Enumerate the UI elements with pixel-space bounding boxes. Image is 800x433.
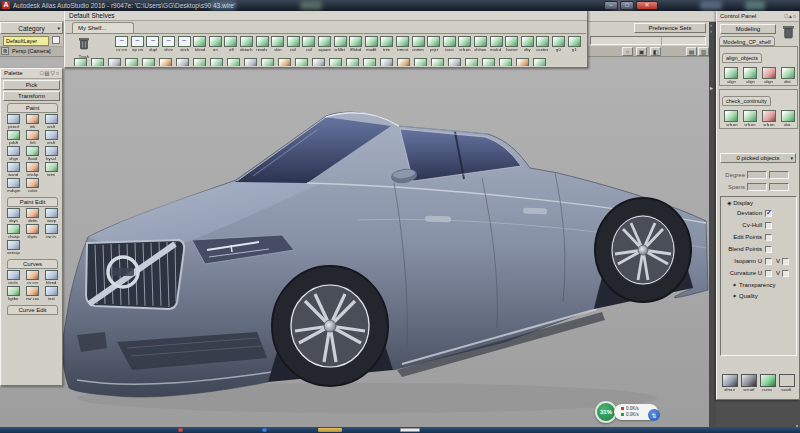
palette-section-transform[interactable]: Transform — [3, 91, 60, 101]
display-checkbox[interactable] — [765, 210, 772, 217]
v-checkbox[interactable] — [782, 258, 789, 265]
tab-my-shelf[interactable]: My Shelf... — [72, 22, 134, 33]
degree-field-2[interactable] — [769, 171, 789, 179]
cp-tool[interactable]: align — [722, 67, 741, 84]
display-section-header[interactable]: ◈ Display — [721, 197, 796, 207]
shelf-tool[interactable]: skin — [270, 36, 286, 52]
shelf-tool[interactable]: isect — [441, 36, 457, 52]
cp-tool[interactable]: align — [760, 67, 779, 84]
modeling-mode-dropdown[interactable]: Modeling — [720, 24, 776, 34]
shelf-tool[interactable]: g1 — [566, 36, 582, 52]
preference-sets-button[interactable]: Preference Sets — [634, 23, 706, 33]
control-panel-titlebar[interactable]: Control Panel □▴○ — [717, 11, 799, 22]
shelf-tool[interactable]: prjct — [426, 36, 442, 52]
palette-tool[interactable]: circle — [4, 270, 23, 285]
trash-tool[interactable]: Trash — [74, 36, 94, 59]
shelf-window-title[interactable]: Default Shelves — [65, 11, 587, 21]
shelf-tool[interactable]: modft — [364, 36, 380, 52]
palette-tool[interactable]: color — [23, 178, 42, 193]
display-bullet-item[interactable]: Transparency — [721, 279, 796, 290]
u-checkbox[interactable] — [765, 258, 772, 265]
palette-tool[interactable]: pdsft — [4, 130, 23, 145]
shelf-tool[interactable] — [412, 58, 429, 66]
shelf-tool[interactable] — [140, 58, 157, 66]
picked-objects-dropdown[interactable]: 0 picked objects ▾ — [720, 153, 796, 163]
shelf-tool[interactable] — [429, 58, 446, 66]
shelf-tool[interactable] — [531, 58, 548, 66]
palette-tab-paint[interactable]: Paint — [7, 103, 58, 113]
palette-tool[interactable]: wand — [4, 162, 23, 177]
viewport-menu-icon[interactable]: ⊠ — [1, 47, 9, 55]
palette-tool[interactable]: kgtbx — [4, 286, 23, 301]
spans-field-1[interactable] — [747, 183, 767, 191]
taskbar-app-blue-icon[interactable] — [262, 428, 267, 432]
palette-tool[interactable]: aerosp — [4, 240, 23, 255]
layer-row[interactable]: DefaultLayer — [0, 34, 63, 47]
shelf-tool[interactable]: untrim — [410, 36, 426, 52]
network-monitor-widget[interactable]: 31% 0.0K/s 0.0K/s ⇅ — [595, 401, 665, 425]
shelf-tool[interactable] — [293, 58, 310, 66]
taskbar-folder-icon[interactable] — [318, 428, 342, 432]
display-checkbox[interactable] — [765, 222, 772, 229]
spans-field-2[interactable] — [769, 183, 789, 191]
shelf-tool[interactable]: ep crv — [130, 36, 146, 52]
shelf-tool[interactable] — [361, 58, 378, 66]
palette-tool[interactable]: shpts — [23, 224, 42, 239]
shelf-tool[interactable]: detach — [239, 36, 255, 52]
shelf-tool[interactable]: revolv — [254, 36, 270, 52]
shelf-tool[interactable]: square — [317, 36, 333, 52]
display-bullet-item[interactable]: Quality — [721, 290, 796, 301]
shelf-tool[interactable]: rail — [301, 36, 317, 52]
palette-tab-curves[interactable]: Curves — [7, 259, 58, 269]
palette-tool[interactable]: imshp — [23, 162, 42, 177]
minimize-button[interactable]: – — [604, 1, 618, 10]
expand-chevron-icon[interactable]: › — [709, 28, 716, 34]
palette-tool[interactable]: mdsym — [4, 178, 23, 193]
shelf-tool[interactable] — [344, 58, 361, 66]
palette-tool[interactable]: nw cos — [23, 286, 42, 301]
shelf-tool[interactable] — [208, 58, 225, 66]
palette-tool[interactable]: arsft — [42, 114, 61, 129]
palette-window[interactable]: Palette □▤▽○ Pick Transform Paint pencil… — [0, 68, 63, 386]
close-button[interactable]: ✕ — [636, 1, 658, 10]
shelf-tool[interactable]: mulcd — [488, 36, 504, 52]
taskbar-app-red-icon[interactable] — [178, 428, 183, 432]
palette-tool[interactable]: dsyn — [4, 208, 23, 223]
shelf-tool[interactable] — [276, 58, 293, 66]
shelf-tool[interactable] — [480, 58, 497, 66]
tab-check-continuity[interactable]: check_continuity — [722, 96, 771, 106]
layer-visibility-box[interactable] — [52, 36, 60, 44]
strip-handle-icon[interactable]: ▸ — [709, 84, 716, 91]
shelf-tool[interactable]: off — [223, 36, 239, 52]
shelf-tool[interactable] — [378, 58, 395, 66]
control-panel-window-buttons[interactable]: □▴○ — [785, 13, 797, 19]
cp-bottom-tool[interactable]: ssedt — [777, 374, 796, 392]
tab-align-objects[interactable]: align_objects — [722, 53, 762, 63]
cp-tool[interactable]: align — [741, 67, 760, 84]
palette-tool[interactable]: txtm — [42, 162, 61, 177]
control-panel-window[interactable]: Control Panel □▴○ Modeling Modeling_CP_s… — [716, 10, 800, 400]
perspective-viewport[interactable] — [0, 57, 709, 427]
palette-tool[interactable]: pencil — [4, 114, 23, 129]
shelf-tool[interactable] — [446, 58, 463, 66]
palette-tool[interactable]: bysol — [42, 146, 61, 161]
windows-taskbar[interactable] — [0, 427, 800, 433]
palette-tool[interactable]: ersft — [42, 130, 61, 145]
shelf-tool[interactable] — [259, 58, 276, 66]
palette-tab-curve-edit[interactable]: Curve Edit — [7, 305, 58, 315]
shelf-tool[interactable] — [106, 58, 123, 66]
shelf-tool[interactable] — [327, 58, 344, 66]
category-dropdown[interactable]: Category ▾ — [0, 22, 63, 34]
cp-bottom-tool[interactable]: curvs — [758, 374, 777, 392]
palette-tab-paint-edit[interactable]: Paint Edit — [7, 197, 58, 207]
maximize-button[interactable]: □ — [620, 1, 634, 10]
palette-tool[interactable]: ink — [23, 114, 42, 129]
palette-tool[interactable]: cv crv — [23, 270, 42, 285]
shelf-tool[interactable] — [89, 58, 106, 66]
shelf-tool[interactable]: blend — [192, 36, 208, 52]
palette-tool[interactable]: flood — [23, 146, 42, 161]
degree-field-1[interactable] — [747, 171, 767, 179]
palette-titlebar[interactable]: Palette □▤▽○ — [1, 69, 62, 79]
shelf-tool[interactable]: fflblnd — [348, 36, 364, 52]
shelf-tool[interactable] — [225, 58, 242, 66]
